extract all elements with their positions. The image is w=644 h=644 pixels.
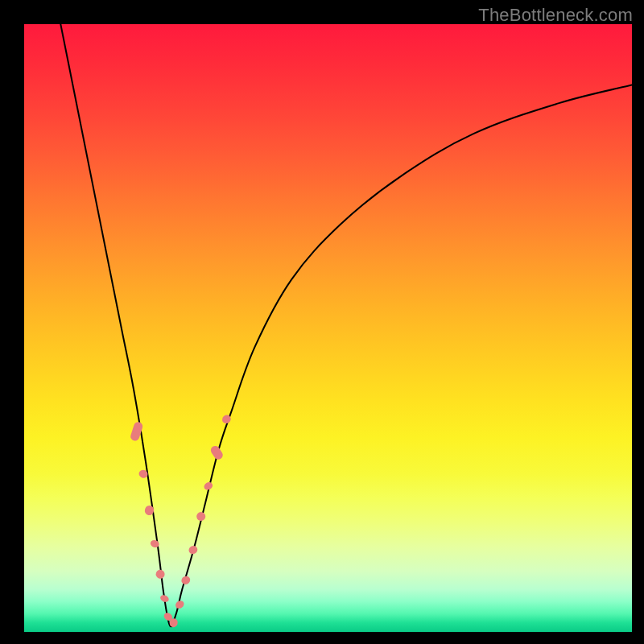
curve-marker	[203, 481, 214, 491]
curve-marker	[155, 568, 166, 580]
bottleneck-curve	[60, 24, 632, 626]
curve-marker	[195, 510, 207, 522]
curve-marker	[159, 594, 170, 604]
chart-frame: TheBottleneck.com	[0, 0, 644, 644]
curve-marker	[209, 444, 225, 461]
curve-marker	[180, 575, 192, 586]
curve-marker	[188, 544, 199, 555]
curve-layer	[24, 24, 632, 632]
watermark-text: TheBottleneck.com	[478, 5, 633, 26]
plot-area	[24, 24, 632, 632]
